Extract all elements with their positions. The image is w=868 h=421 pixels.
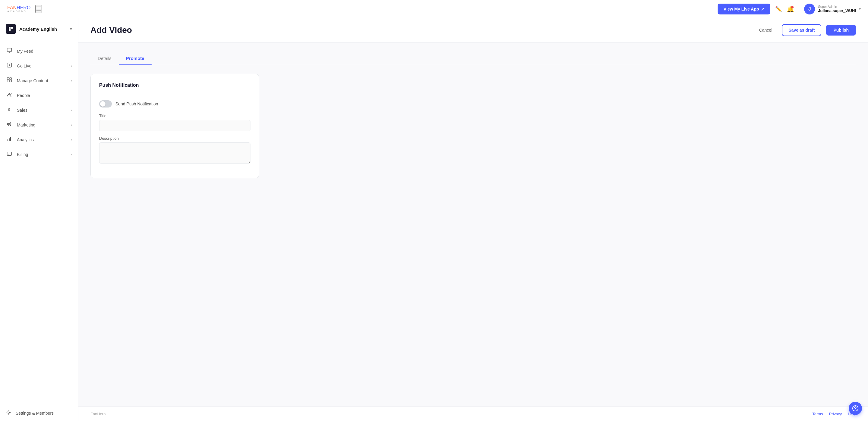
view-live-button[interactable]: View My Live App ↗: [718, 4, 770, 14]
footer-brand: FanHero: [90, 412, 106, 416]
svg-rect-6: [10, 78, 11, 79]
logo-sub: ACADEMY: [7, 10, 27, 13]
sidebar-item-my-feed[interactable]: My Feed: [0, 44, 78, 58]
logo: FANHERO ACADEMY: [7, 5, 30, 13]
user-chevron-icon: ▾: [859, 7, 861, 11]
sidebar-item-settings[interactable]: Settings & Members: [6, 410, 72, 416]
toggle-knob: [100, 101, 105, 107]
sidebar-item-label: Analytics: [17, 137, 67, 142]
svg-marker-4: [9, 64, 10, 66]
user-name: Juliana.super_WUHI: [818, 8, 856, 13]
sidebar-item-label: Billing: [17, 152, 67, 157]
notification-button[interactable]: 🔔: [786, 5, 794, 13]
page-header: Add Video Cancel Save as draft Publish: [79, 18, 868, 42]
notification-dot: [791, 6, 794, 8]
tabs: Details Promote: [90, 52, 856, 65]
description-input[interactable]: [99, 142, 250, 164]
sidebar-item-people[interactable]: People: [0, 88, 78, 103]
nav-chevron-icon: ›: [71, 152, 72, 157]
svg-rect-13: [9, 138, 10, 141]
sidebar-item-label: Manage Content: [17, 78, 67, 83]
support-bubble[interactable]: [849, 402, 862, 415]
svg-rect-12: [7, 139, 8, 141]
edit-icon-button[interactable]: ✏️: [775, 6, 782, 12]
svg-point-10: [10, 93, 11, 95]
avatar: J: [804, 4, 815, 14]
tab-promote[interactable]: Promote: [119, 52, 152, 65]
svg-rect-2: [9, 29, 10, 31]
nav-chevron-icon: ›: [71, 78, 72, 83]
svg-rect-15: [7, 152, 11, 156]
external-link-icon: ↗: [761, 7, 764, 11]
page-title: Add Video: [90, 25, 132, 35]
brand-name: Academy English: [19, 27, 66, 32]
user-badge[interactable]: J Super Admin Juliana.super_WUHI ▾: [804, 4, 861, 14]
sidebar-brand[interactable]: Academy English ▾: [0, 18, 78, 40]
page-footer: FanHero Terms Privacy Help: [79, 407, 868, 421]
nav-chevron-icon: ›: [71, 64, 72, 68]
sidebar-item-manage-content[interactable]: Manage Content ›: [0, 73, 78, 88]
svg-rect-0: [9, 27, 10, 29]
svg-rect-1: [11, 27, 13, 29]
push-notification-toggle[interactable]: [99, 100, 112, 107]
people-icon: [6, 92, 13, 99]
sidebar: Academy English ▾ My Feed Go Live ›: [0, 18, 79, 421]
sidebar-item-label: Go Live: [17, 64, 67, 68]
cancel-button[interactable]: Cancel: [754, 25, 777, 35]
sidebar-item-marketing[interactable]: Marketing ›: [0, 118, 78, 132]
view-live-label: View My Live App: [724, 7, 759, 11]
sidebar-item-label: My Feed: [17, 49, 72, 54]
user-role: Super Admin: [818, 5, 856, 8]
content-icon: [6, 77, 13, 84]
hamburger-menu[interactable]: ☰: [35, 5, 42, 13]
analytics-icon: [6, 136, 13, 143]
sidebar-item-go-live[interactable]: Go Live ›: [0, 58, 78, 73]
sidebar-item-analytics[interactable]: Analytics ›: [0, 132, 78, 147]
top-nav: FANHERO ACADEMY ☰ View My Live App ↗ ✏️ …: [0, 0, 868, 18]
brand-chevron-icon: ▾: [70, 27, 72, 31]
sidebar-nav: My Feed Go Live › Manage Content ›: [0, 40, 78, 405]
sidebar-item-label: Sales: [17, 108, 67, 112]
sidebar-item-billing[interactable]: Billing ›: [0, 147, 78, 162]
nav-divider: [799, 4, 799, 14]
content-area: Add Video Cancel Save as draft Publish D…: [79, 18, 868, 421]
publish-button[interactable]: Publish: [826, 25, 856, 36]
dollar-icon: $: [6, 107, 13, 114]
footer-links: Terms Privacy Help: [812, 412, 856, 416]
title-label: Title: [99, 114, 250, 118]
nav-chevron-icon: ›: [71, 108, 72, 112]
sidebar-item-label: People: [17, 93, 72, 98]
sidebar-footer: Settings & Members: [0, 405, 78, 421]
svg-point-9: [8, 93, 10, 95]
main-layout: Academy English ▾ My Feed Go Live ›: [0, 18, 868, 421]
terms-link[interactable]: Terms: [812, 412, 823, 416]
nav-chevron-icon: ›: [71, 137, 72, 142]
header-actions: Cancel Save as draft Publish: [754, 24, 856, 36]
brand-icon: [6, 24, 16, 34]
privacy-link[interactable]: Privacy: [829, 412, 842, 416]
sidebar-item-sales[interactable]: $ Sales ›: [0, 103, 78, 118]
settings-icon: [6, 410, 11, 416]
svg-point-16: [8, 412, 9, 413]
page-body: Details Promote Push Notification Send P…: [79, 42, 868, 407]
settings-label: Settings & Members: [16, 411, 54, 416]
svg-point-18: [855, 410, 856, 411]
user-info: Super Admin Juliana.super_WUHI: [818, 5, 856, 13]
title-input[interactable]: [99, 120, 250, 131]
tab-details[interactable]: Details: [90, 52, 119, 65]
svg-rect-7: [7, 80, 9, 82]
title-field-group: Title: [99, 114, 250, 131]
sidebar-item-label: Marketing: [17, 123, 67, 127]
card-title: Push Notification: [99, 83, 250, 88]
billing-icon: [6, 151, 13, 158]
save-draft-button[interactable]: Save as draft: [782, 24, 821, 36]
description-label: Description: [99, 136, 250, 141]
toggle-row: Send Push Notification: [99, 100, 250, 107]
svg-text:$: $: [8, 107, 10, 112]
nav-chevron-icon: ›: [71, 123, 72, 127]
svg-rect-8: [10, 80, 11, 82]
toggle-label: Send Push Notification: [116, 101, 158, 106]
card-divider: [91, 94, 259, 94]
play-icon: [6, 62, 13, 69]
nav-left: FANHERO ACADEMY ☰: [7, 5, 42, 13]
